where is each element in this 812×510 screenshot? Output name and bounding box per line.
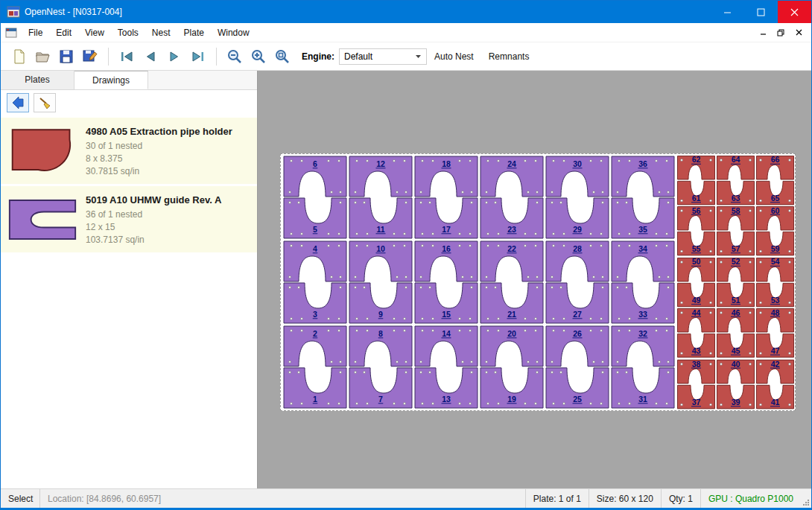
mdi-close-button[interactable]: [790, 26, 807, 39]
status-gpu: GPU : Quadro P1000: [700, 489, 801, 508]
svg-text:21: 21: [507, 310, 516, 319]
drawing-item-2[interactable]: 5019 A10 UHMW guide Rev. A 36 of 1 neste…: [1, 186, 257, 252]
mdi-minimize-button[interactable]: [755, 26, 771, 39]
engine-select[interactable]: Default: [339, 48, 427, 65]
mdi-restore-button[interactable]: [773, 26, 789, 39]
zoom-in-button[interactable]: [248, 46, 269, 67]
menu-edit[interactable]: Edit: [49, 25, 78, 41]
last-plate-button[interactable]: [188, 46, 209, 67]
nested-part-pair[interactable]: 87: [348, 325, 413, 409]
svg-text:32: 32: [638, 329, 647, 338]
maximize-button[interactable]: [744, 1, 778, 23]
next-plate-button[interactable]: [164, 46, 185, 67]
mdi-restore-icon: [777, 29, 784, 36]
nested-part-pair[interactable]: 2221: [479, 240, 545, 325]
nested-part-pair[interactable]: 1211: [348, 155, 413, 240]
nested-part-pair[interactable]: 2423: [479, 155, 545, 240]
nested-part-pair[interactable]: 6261: [676, 155, 716, 205]
minimize-button[interactable]: [711, 1, 744, 23]
plate-sheet[interactable]: 6512111817242330293635431091615222128273…: [280, 153, 796, 411]
nested-part-pair[interactable]: 1817: [413, 155, 479, 240]
svg-text:1: 1: [313, 395, 317, 404]
svg-text:46: 46: [732, 308, 740, 317]
auto-nest-button[interactable]: Auto Nest: [427, 47, 481, 66]
nested-part-pair[interactable]: 3231: [610, 325, 676, 409]
remnants-button[interactable]: Remnants: [481, 47, 537, 66]
nested-part-pair[interactable]: 2625: [545, 325, 610, 409]
drawing-area: 30.7815 sq/in: [86, 165, 232, 178]
nested-part-pair[interactable]: 5049: [676, 257, 716, 307]
mdi-close-icon: [796, 29, 802, 36]
drawing-item-1[interactable]: 4980 A05 Extraction pipe holder 30 of 1 …: [1, 118, 257, 184]
nested-part-pair[interactable]: 2019: [479, 325, 545, 409]
nested-part-pair[interactable]: 21: [282, 325, 348, 409]
close-button[interactable]: [778, 1, 811, 23]
svg-text:57: 57: [732, 244, 740, 253]
svg-text:34: 34: [638, 244, 647, 253]
tabstrip-filler: [148, 71, 257, 89]
save-as-button[interactable]: [80, 46, 101, 67]
new-button[interactable]: [8, 46, 29, 67]
nested-part-pair[interactable]: 3635: [610, 155, 676, 240]
menu-nest[interactable]: Nest: [145, 25, 177, 41]
nested-part-pair[interactable]: 3029: [545, 155, 610, 240]
menu-plate[interactable]: Plate: [177, 25, 211, 41]
nested-part-pair[interactable]: 5251: [716, 257, 755, 307]
open-button[interactable]: [32, 46, 53, 67]
sidebar-tabstrip: Plates Drawings: [1, 71, 257, 90]
nested-part-pair[interactable]: 4847: [755, 307, 795, 358]
svg-text:11: 11: [376, 225, 384, 234]
svg-text:28: 28: [573, 244, 582, 253]
nested-part-pair[interactable]: 4645: [716, 307, 755, 358]
nested-part-pair[interactable]: 5655: [676, 205, 716, 256]
nested-part-pair[interactable]: 5857: [716, 205, 755, 256]
minimize-icon: [723, 8, 732, 16]
tab-drawings[interactable]: Drawings: [74, 71, 148, 89]
svg-text:3: 3: [313, 310, 317, 319]
svg-text:52: 52: [732, 258, 740, 266]
svg-text:25: 25: [573, 395, 582, 404]
menu-tools[interactable]: Tools: [111, 25, 145, 41]
zoom-fit-button[interactable]: [272, 46, 293, 67]
svg-text:53: 53: [771, 296, 780, 305]
zoom-out-button[interactable]: [224, 46, 245, 67]
nest-canvas[interactable]: 6512111817242330293635431091615222128273…: [258, 71, 811, 488]
nested-part-pair[interactable]: 65: [282, 155, 348, 240]
menu-view[interactable]: View: [78, 25, 111, 41]
nested-part-pair[interactable]: 43: [282, 240, 348, 325]
nested-part-pair[interactable]: 6665: [755, 155, 795, 205]
menu-file[interactable]: File: [22, 25, 49, 41]
nested-part-pair[interactable]: 4443: [676, 307, 716, 358]
nested-part-pair[interactable]: 6059: [755, 205, 795, 256]
svg-text:6: 6: [313, 159, 317, 168]
svg-text:17: 17: [442, 225, 451, 234]
svg-text:22: 22: [507, 244, 516, 253]
nested-part-pair[interactable]: 5453: [755, 257, 795, 307]
nested-part-pair[interactable]: 4039: [716, 359, 755, 409]
clear-drawings-button[interactable]: [34, 93, 56, 112]
nested-part-pair[interactable]: 109: [348, 240, 413, 325]
save-button[interactable]: [56, 46, 77, 67]
import-drawing-button[interactable]: [7, 93, 29, 112]
first-plate-button[interactable]: [116, 46, 137, 67]
resize-grip[interactable]: [801, 489, 811, 508]
drawing-size: 8 x 8.375: [86, 153, 232, 165]
tab-plates[interactable]: Plates: [1, 71, 74, 89]
title-bar: OpenNest - [N0317-004]: [1, 1, 811, 23]
svg-text:30: 30: [573, 159, 582, 168]
menu-window[interactable]: Window: [211, 25, 256, 41]
prev-plate-button[interactable]: [140, 46, 161, 67]
nested-part-pair[interactable]: 3433: [610, 240, 676, 325]
save-as-icon: [82, 48, 98, 65]
nested-part-pair[interactable]: 4241: [755, 359, 795, 409]
nested-part-pair[interactable]: 2827: [545, 240, 610, 325]
nested-part-pair[interactable]: 3837: [676, 359, 716, 409]
svg-text:18: 18: [442, 159, 451, 168]
nested-part-pair[interactable]: 1615: [413, 240, 479, 325]
svg-text:39: 39: [732, 398, 740, 407]
nested-part-pair[interactable]: 6463: [716, 155, 755, 205]
drawing-nested-count: 30 of 1 nested: [86, 140, 232, 153]
svg-text:24: 24: [507, 159, 516, 168]
blue-arrow-icon: [11, 97, 25, 109]
nested-part-pair[interactable]: 1413: [413, 325, 479, 409]
